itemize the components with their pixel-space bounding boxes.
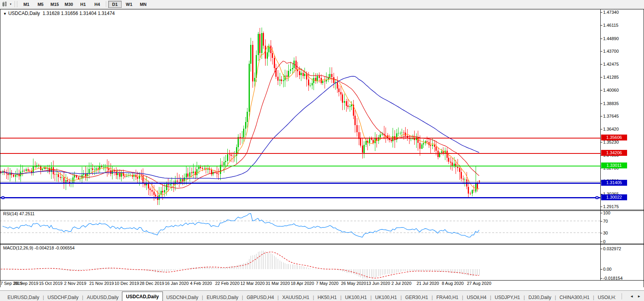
price-line-badge: 1.31405 [601,180,627,186]
symbol-tab-usoil-h4[interactable]: USOil,H4 [463,294,490,301]
symbol-tab-usdcad-daily[interactable]: USDCAD,Daily [122,292,162,301]
symbol-tab-usoil-h1[interactable]: USOil,H1 [594,294,616,301]
symbol-tab-ger30-h1[interactable]: GER30,H1 [402,294,432,301]
timeframe-button-m30[interactable]: M30 [62,1,76,8]
symbol-tab-fra40-h1[interactable]: FRA40,H1 [433,294,462,301]
price-line-badge: 1.35606 [601,135,627,140]
symbol-tab-xauusd-h1[interactable]: XAUUSD,H1 [279,294,313,301]
rsi-axis-label: 70 [603,219,608,223]
timeframe-button-h1[interactable]: H1 [76,1,90,8]
macd-axis-label: 0.00 [603,267,611,271]
date-axis-label: 2 Jul 2020 [391,281,411,286]
timeframe-button-d1[interactable]: D1 [108,1,122,8]
date-axis-label: 7 May 2020 [316,281,338,286]
rsi-tick-mark [601,213,602,213]
symbol-tab-china300-h1[interactable]: CHINA300,H1 [556,294,593,301]
symbol-tab-uk100-h1[interactable]: UK100,H1 [372,294,400,301]
tab-scroll-left-icon[interactable]: ◄ [630,294,633,298]
date-axis-label: 18 Apr 2020 [291,281,314,286]
1.43700-tick-mark [601,51,602,52]
symbol-tab-hk50-h1[interactable]: HK50,H1 [314,294,340,301]
timeframe-button-m1[interactable]: M1 [20,1,33,8]
rsi-axis-label: 30 [603,231,608,235]
timeframe-button-m15[interactable]: M15 [48,1,61,8]
date-axis-label: 12 Mar 2020 [240,281,265,286]
1.47340-tick-mark [601,12,602,13]
price-axis-label: 1.44890 [603,36,619,41]
price-axis-label: 1.46115 [603,23,618,28]
date-axis-label: 13 Jun 2020 [366,281,390,286]
chevron-down-icon[interactable]: ▾ [10,2,11,6]
symbol-tab-audusd-daily[interactable]: AUDUSD,Daily [83,294,122,301]
timeframe-button-m5[interactable]: M5 [34,1,47,8]
price-axis-label: 1.29175 [603,204,619,209]
tab-scroll-right-icon[interactable]: ► [637,294,641,298]
timeframe-button-w1[interactable]: W1 [122,1,136,8]
macd-tick-mark [601,278,602,279]
symbol-tabbar: EURUSD,Daily|USDCHF,Daily|AUDUSD,DailyUS… [0,290,644,301]
price-axis-label: 1.38835 [603,101,619,106]
1.41285-tick-mark [601,77,602,78]
date-axis-label: 2 Nov 2019 [64,281,86,286]
1.29175-tick-mark [601,207,602,207]
date-axis-label: 26 May 2020 [341,281,366,286]
1.36420-tick-mark [601,129,602,129]
timeframe-button-h4[interactable]: H4 [90,1,104,8]
1.42475-tick-mark [601,64,602,65]
price-axis-label: 1.40060 [603,88,619,92]
toolbar-separator [106,1,106,7]
timeframe-button-mn[interactable]: MN [137,1,150,8]
symbol-tab-usdchf-daily[interactable]: USDCHF,Daily [44,294,82,301]
mt4-chart-window: ▾ M1M5M15M30H1H4D1W1MN ▼USDCAD,Daily 1.3… [0,0,644,301]
macd-axis-label: 0.032972 [603,246,621,251]
1.40060-tick-mark [601,90,602,90]
price-axis-label: 1.42475 [603,62,619,66]
symbol-tab-usdjpy-h1[interactable]: USDJPY,H1 [491,294,524,301]
timeframe-toolbar: ▾ M1M5M15M30H1H4D1W1MN [0,0,644,9]
rsi-axis-label: 100 [603,211,610,215]
date-axis-label: 10 Dec 2019 [114,281,139,286]
date-axis-label: 21 Nov 2019 [89,281,114,286]
price-axis-label: 1.43700 [603,49,619,54]
date-axis-label: 22 Feb 2020 [215,281,240,286]
date-axis-label: 16 Jan 2020 [165,281,189,286]
price-line-badge: 1.34206 [601,150,627,156]
price-axis-label: 1.36420 [603,127,619,131]
chart-plot-area[interactable] [0,9,601,280]
date-axis-label: 26 Sep 2019 [14,281,38,286]
1.35230-tick-mark [601,142,602,142]
symbol-tab-usdcnh-daily[interactable]: USDCNH,Daily [163,294,202,301]
macd-tick-mark [601,269,602,270]
1.44890-tick-mark [601,39,602,39]
date-axis-label: 27 Aug 2020 [467,281,491,286]
date-axis-label: 28 Dec 2019 [140,281,164,286]
toolbar-grip [15,1,17,7]
1.46115-tick-mark [601,25,602,26]
price-axis-label: 1.47340 [603,10,619,15]
date-axis-label: 4 Feb 2020 [190,281,212,286]
symbol-tab-dj30-daily[interactable]: DJ30,Daily [525,294,555,301]
price-axis-label: 1.37645 [603,114,619,118]
rsi-tick-mark [601,233,602,233]
date-axis-label: 8 Aug 2020 [442,281,464,286]
chart-shift-icon[interactable] [2,1,9,7]
price-line-badge: 1.30022 [601,194,627,200]
rsi-tick-mark [601,221,602,222]
date-axis-label: 15 Oct 2019 [39,281,63,286]
macd-axis-label: -0.018154 [603,276,623,281]
macd-tick-mark [601,249,602,249]
rsi-tick-mark [601,242,602,242]
rsi-axis-label: 0 [603,239,605,244]
date-axis-label: 31 Mar 2020 [266,281,290,286]
1.38835-tick-mark [601,103,602,104]
symbol-tab-gbpusd-h4[interactable]: GBPUSD,H4 [243,294,277,301]
symbol-tab-eurusd-daily[interactable]: EURUSD,Daily [4,294,43,301]
date-axis-label: 21 Jul 2020 [417,281,439,286]
symbol-tab-eurusd-daily[interactable]: EURUSD,Daily [203,294,242,301]
price-axis-label: 1.41285 [603,75,619,79]
price-line-badge: 1.33011 [601,163,627,168]
symbol-tab-uk100-h1[interactable]: UK100,H1 [341,294,370,301]
1.37645-tick-mark [601,116,602,116]
